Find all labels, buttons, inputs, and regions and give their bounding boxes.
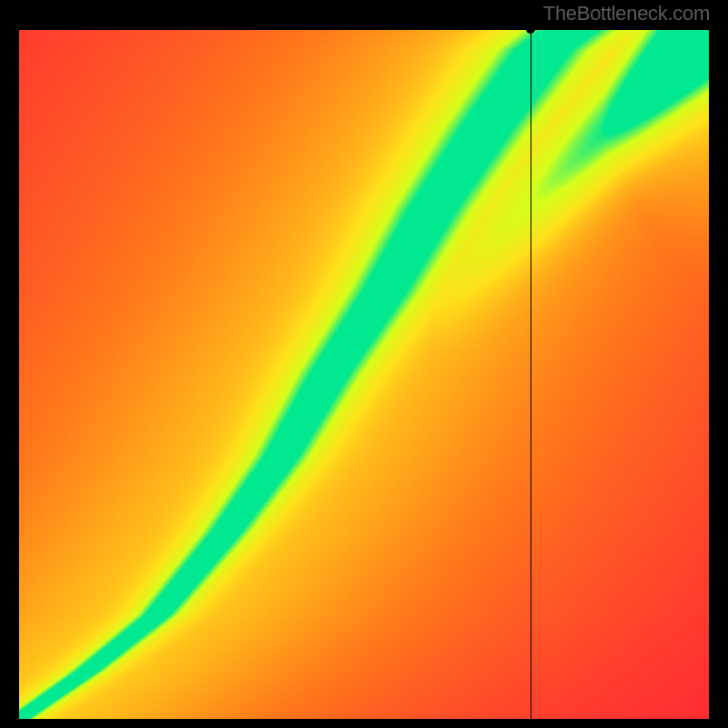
heatmap-canvas [19, 29, 709, 719]
marker-dot [526, 25, 535, 34]
watermark-text: TheBottleneck.com [543, 2, 710, 25]
chart-container: TheBottleneck.com [0, 0, 728, 728]
crosshair-horizontal [19, 29, 709, 30]
plot-area [19, 29, 709, 719]
crosshair-vertical [531, 29, 531, 719]
